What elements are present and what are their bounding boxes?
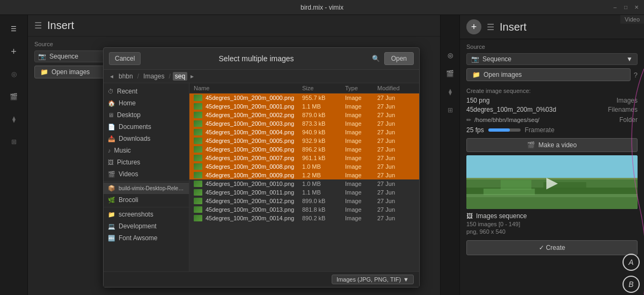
places-item-development[interactable]: 💻 Development <box>104 220 189 232</box>
right-hamburger-icon[interactable]: ☰ <box>487 22 494 32</box>
seq-filenames-row: 45degres_100m_200m_0%03d Filenames <box>466 106 638 113</box>
file-date: 27 Jun <box>377 103 415 110</box>
places-item-music[interactable]: ♪ Music <box>104 145 189 156</box>
file-date: 27 Jun <box>377 206 415 213</box>
file-type: Image <box>345 103 377 110</box>
table-row[interactable]: 45degres_100m_200m_0001.png 1.1 MB Image… <box>189 102 419 111</box>
maximize-button[interactable]: □ <box>623 4 629 11</box>
screenshots-icon: 📁 <box>108 211 115 218</box>
build-icon: 📦 <box>108 185 115 192</box>
file-thumb-icon <box>194 112 202 118</box>
places-item-desktop[interactable]: 🖥 Desktop <box>104 109 189 121</box>
table-row[interactable]: 45degres_100m_200m_0005.png 932.9 kB Ima… <box>189 136 419 145</box>
places-item-recent[interactable]: ⏱ Recent <box>104 85 189 97</box>
breadcrumb-forward-button[interactable]: ▸ <box>189 73 195 80</box>
table-row[interactable]: 45degres_100m_200m_0014.png 890.2 kB Ima… <box>189 214 419 222</box>
recent-icon: ⏱ <box>108 88 114 95</box>
places-item-screenshots[interactable]: 📁 screenshots <box>104 208 189 220</box>
preview-play-icon[interactable]: ▶ <box>546 174 558 191</box>
file-date: 27 Jun <box>377 146 415 153</box>
file-thumb-icon <box>194 129 202 135</box>
dialog-footer: Images (JPG, PNG, TIF) ▼ <box>104 271 419 287</box>
preview-count: 150 images [0 - 149] <box>466 221 638 227</box>
file-size: 890.2 kB <box>302 215 345 221</box>
sidebar-icon-camera[interactable]: 🎬 <box>4 87 24 106</box>
table-row[interactable]: 45degres_100m_200m_0004.png 940.9 kB Ima… <box>189 128 419 136</box>
make-video-button[interactable]: 🎬 Make a video <box>466 138 638 152</box>
file-thumb-icon <box>194 103 202 110</box>
edit-folder-icon[interactable]: ✏ <box>466 117 471 124</box>
right-sidebar-layers-icon[interactable]: ⧫ <box>442 84 458 100</box>
minimize-button[interactable]: – <box>612 4 618 11</box>
file-date: 27 Jun <box>377 172 415 178</box>
file-date: 27 Jun <box>377 181 415 187</box>
right-sidebar-target-icon[interactable]: ◎ <box>442 47 458 63</box>
sidebar-icon-menu[interactable]: ☰ <box>4 19 24 39</box>
right-sidebar-film-icon[interactable]: 🎬 <box>442 66 458 82</box>
sidebar-icon-grid[interactable]: ⊞ <box>4 132 24 152</box>
dialog-search-icon[interactable]: 🔍 <box>372 55 380 62</box>
file-date: 27 Jun <box>377 95 415 101</box>
right-panel-content: + ☰ Insert Source 📷 Sequence ▼ � <box>460 15 644 295</box>
create-button[interactable]: ✓ Create <box>466 240 638 255</box>
table-row[interactable]: 45degres_100m_200m_0011.png 1.1 MB Image… <box>189 188 419 197</box>
right-sidebar-grid-icon[interactable]: ⊞ <box>442 102 458 118</box>
table-row[interactable]: 45degres_100m_200m_0009.png 1.2 MB Image… <box>189 171 419 179</box>
file-row-name: 45degres_100m_200m_0008.png <box>194 163 302 170</box>
places-item-pictures[interactable]: 🖼 Pictures <box>104 156 189 168</box>
table-row[interactable]: 45degres_100m_200m_0003.png 873.3 kB Ima… <box>189 119 419 128</box>
places-panel: ⏱ Recent 🏠 Home 🖥 Desktop 📄 Documents <box>104 83 189 271</box>
video-icon: 🎬 <box>527 141 535 149</box>
places-item-build[interactable]: 📦 build-vimix-Desktop-Release <box>104 183 189 194</box>
file-type: Image <box>345 95 377 101</box>
places-item-brocoli[interactable]: 🌿 Brocoli <box>104 194 189 206</box>
seq-images-count: 150 png <box>466 97 489 104</box>
table-row[interactable]: 45degres_100m_200m_0013.png 881.8 kB Ima… <box>189 205 419 214</box>
table-row[interactable]: 45degres_100m_200m_0008.png 1.0 MB Image… <box>189 162 419 171</box>
col-modified: Modified <box>377 85 415 91</box>
create-seq-section: Create image sequence: 150 png Images 45… <box>460 85 644 138</box>
filter-dropdown[interactable]: Images (JPG, PNG, TIF) ▼ <box>332 275 414 284</box>
fps-slider[interactable] <box>488 128 521 132</box>
places-item-downloads[interactable]: 📥 Downloads <box>104 133 189 145</box>
breadcrumb-item-seq[interactable]: seq <box>173 72 187 81</box>
file-row-name: 45degres_100m_200m_0012.png <box>194 198 302 204</box>
table-row[interactable]: 45degres_100m_200m_0002.png 879.0 kB Ima… <box>189 111 419 119</box>
table-row[interactable]: 45degres_100m_200m_0012.png 899.0 kB Ima… <box>189 197 419 205</box>
sidebar-icon-target[interactable]: ◎ <box>4 64 24 84</box>
preview-type: 🖼 Images sequence <box>466 212 638 220</box>
file-type: Image <box>345 181 377 187</box>
places-item-fontawsome[interactable]: 🔤 Font Awsome <box>104 232 189 244</box>
framerate-label: Framerate <box>525 126 554 134</box>
dialog-cancel-button[interactable]: Cancel <box>109 52 141 65</box>
table-row[interactable]: 45degres_100m_200m_0006.png 896.2 kB Ima… <box>189 145 419 154</box>
left-hamburger-icon[interactable]: ☰ <box>34 20 42 31</box>
right-open-images-button[interactable]: 📁 Open images <box>466 68 631 81</box>
file-thumb-icon <box>194 120 202 127</box>
file-size: 1.1 MB <box>302 103 345 110</box>
breadcrumb-item-bhbn[interactable]: bhbn <box>116 72 135 81</box>
dialog-open-button[interactable]: Open <box>384 52 414 65</box>
places-item-documents[interactable]: 📄 Documents <box>104 121 189 133</box>
dialog-header: Cancel Select multiple images 🔍 Open <box>104 48 419 70</box>
table-row[interactable]: 45degres_100m_200m_0010.png 1.0 MB Image… <box>189 179 419 188</box>
table-row[interactable]: 45degres_100m_200m_0000.png 955.7 kB Ima… <box>189 93 419 102</box>
file-type: Image <box>345 155 377 161</box>
places-item-videos[interactable]: 🎬 Videos <box>104 168 189 180</box>
table-row[interactable]: 45degres_100m_200m_0007.png 961.1 kB Ima… <box>189 154 419 162</box>
close-button[interactable]: ✕ <box>633 4 640 11</box>
right-help-icon[interactable]: ? <box>634 71 638 79</box>
file-date: 27 Jun <box>377 155 415 161</box>
sidebar-icon-layers[interactable]: ⧫ <box>4 110 24 129</box>
file-row-name: 45degres_100m_200m_0005.png <box>194 138 302 144</box>
music-icon: ♪ <box>108 147 111 154</box>
right-source-dropdown[interactable]: 📷 Sequence ▼ <box>466 53 638 65</box>
breadcrumb-item-images[interactable]: Images <box>141 72 166 81</box>
breadcrumb-back-button[interactable]: ◂ <box>109 73 114 80</box>
right-add-button[interactable]: + <box>466 19 481 34</box>
places-item-home[interactable]: 🏠 Home <box>104 97 189 109</box>
preview-image: ▶ <box>466 155 638 209</box>
file-size: 879.0 kB <box>302 112 345 118</box>
sidebar-icon-add[interactable]: + <box>4 42 24 61</box>
file-thumb-icon <box>194 155 202 161</box>
